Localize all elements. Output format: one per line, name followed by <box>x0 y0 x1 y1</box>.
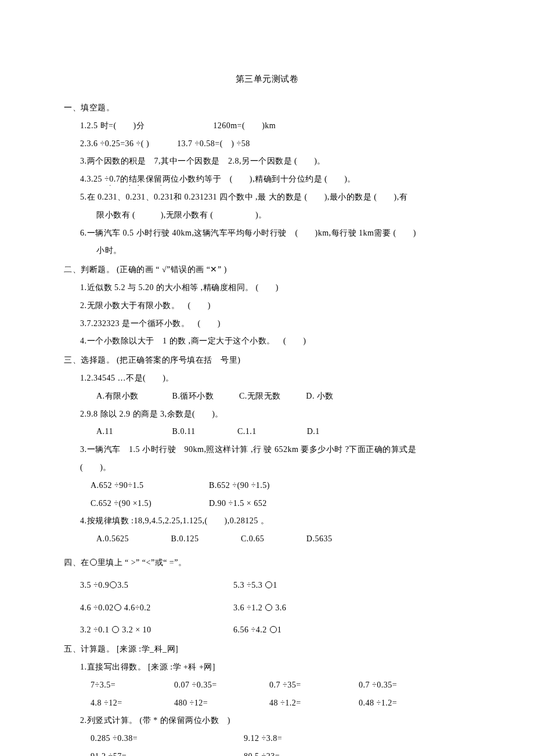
s4-r2b2: 3.6 <box>273 603 286 612</box>
circle-icon <box>89 558 98 566</box>
circle-icon <box>109 581 117 589</box>
s4-row1: 3.5 ÷0.93.5 5.3 ÷5.3 1 <box>64 577 470 595</box>
s4-r3b2: 1 <box>277 625 282 634</box>
section-4-head: 四、在里填上 “ >” “<”或“ =”。 <box>64 554 470 572</box>
s4-head-b: 里填上 “ >” “<”或“ =”。 <box>98 558 187 567</box>
s3-q4-options: A.0.5625 B.0.125 C.0.65 D.5635 <box>64 530 470 548</box>
s4-r1b2: 1 <box>273 581 277 589</box>
section-3-head: 三、选择题。 (把正确答案的序号填在括 号里) <box>64 352 470 370</box>
cell: 91.2 ÷57= <box>91 748 241 756</box>
circle-icon <box>269 625 277 634</box>
section-5: 五、计算题。 [来源 :学_科_网] 1.直接写出得数。 [来源 :学 +科 +… <box>64 641 470 756</box>
svg-point-5 <box>113 627 119 633</box>
s4-r1b: 5.3 ÷5.3 <box>233 581 265 589</box>
s1-q5a: 5.在 0.23 <box>80 193 113 201</box>
s1-q2b: 13.7 ÷0.58=( ) ÷58 <box>177 139 250 148</box>
svg-point-1 <box>110 581 117 588</box>
s1-q5c: 3 <box>137 193 142 201</box>
circle-icon <box>111 625 120 634</box>
s4-r1a: 3.5 ÷0.9 <box>80 581 109 589</box>
s3-q1-options: A.有限小数 B.循环小数 C.无限无数 D. 小数 <box>64 388 470 406</box>
svg-point-2 <box>266 581 272 588</box>
s4-r1a2: 3.5 <box>117 581 128 589</box>
cell: 0.7 ÷0.35= <box>359 681 397 689</box>
s1-q3: 3.两个因数的积是 7,其中一个因数是 2.8,另一个因数是 ( )。 <box>64 153 470 171</box>
svg-point-0 <box>90 559 96 565</box>
cell: 9.12 ÷3.8= <box>244 734 282 743</box>
circle-icon <box>265 603 273 612</box>
circle-icon <box>114 603 122 612</box>
s1-q5b: 、0. <box>117 193 132 201</box>
s4-head-a: 四、在 <box>64 558 89 567</box>
s4-row2: 4.6 ÷0.02 4.6÷0.2 3.6 ÷1.2 3.6 <box>64 599 470 617</box>
recurring-mark: ·1 <box>113 189 118 207</box>
s1-q2: 2.3.6 ÷0.25=36 ÷( ) 13.7 ÷0.58=( ) ÷58 <box>64 135 470 153</box>
s3-q3-opts-row1: A.652 ÷90÷1.5 B.652 ÷(90 ÷1.5) <box>64 477 470 495</box>
s4-r3a2: 3.2 × 10 <box>120 625 151 634</box>
s3-q3-line1: 3.一辆汽车 1.5 小时行驶 90km,照这样计算 ,行 驶 652km 要多… <box>64 441 470 459</box>
s2-q1: 1.近似数 5.2 与 5.20 的大小相等 ,精确度相同。 ( ) <box>64 279 470 297</box>
recurring-mark: ·1 <box>141 189 146 207</box>
s1-q6-line2: 小时。 <box>64 242 470 260</box>
s5-q2-row2: 91.2 ÷57= 80.5 ÷23= <box>64 748 470 756</box>
cell: 4.8 ÷12= <box>91 694 172 712</box>
s3-q1: 1.2.34545 …不是( )。 <box>64 370 470 388</box>
s1-q5e: 和 0.231231 四个数中 ,最 大的数是 ( ),最小的数是 ( ),有 <box>174 193 407 201</box>
cell: 0.48 ÷1.2= <box>359 699 397 707</box>
s1-q5-line1: 5.在 0.23·1、0.·23·1、0.2·31和 0.231231 四个数中… <box>64 189 470 207</box>
cell: 48 ÷1.2= <box>269 694 356 712</box>
section-2: 二、判断题。 (正确的画 “ √”错误的画 “✕” ) 1.近似数 5.2 与 … <box>64 261 470 350</box>
opt-a: A.652 ÷90÷1.5 <box>91 477 207 495</box>
s4-r3b: 6.56 ÷4.2 <box>233 625 269 634</box>
opt-d: D.90 ÷1.5 × 652 <box>209 499 267 508</box>
section-4: 四、在里填上 “ >” “<”或“ =”。 3.5 ÷0.93.5 5.3 ÷5… <box>64 554 470 639</box>
s1-q4: 4.3.25 ÷0.7的结果保留两位小数约等于 ( ),精确到十分位约是 ( )… <box>64 171 470 189</box>
cell: 7÷3.5= <box>91 677 172 694</box>
s5-q1: 1.直接写出得数。 [来源 :学 +科 +网] <box>64 659 470 677</box>
s3-q4: 4.按规律填数 :18,9,4.5,2.25,1.125,( ),0.28125… <box>64 512 470 530</box>
s1-q5d: 、0.2 <box>146 193 165 201</box>
cell: 80.5 ÷23= <box>244 752 280 756</box>
opt-c: C.652 ÷(90 ×1.5) <box>91 495 207 513</box>
s5-q2: 2.列竖式计算。 (带 * 的保留两位小数 ) <box>64 712 470 730</box>
cell: 0.7 ÷35= <box>269 677 356 694</box>
s1-q5-line2: 限小数有 ( ),无限小数有 ( )。 <box>64 207 470 225</box>
s1-q1: 1.2.5 时=( )分 1260m=( )km <box>64 117 470 135</box>
s1-q6-line1: 6.一辆汽车 0.5 小时行驶 40km,这辆汽车平均每小时行驶 ( )km,每… <box>64 225 470 243</box>
s2-q2: 2.无限小数大于有限小数。 ( ) <box>64 297 470 315</box>
cell: 480 ÷12= <box>174 694 267 712</box>
s2-q3: 3.7.232323 是一个循环小数。 ( ) <box>64 315 470 333</box>
recurring-mark: ·2 <box>132 189 137 207</box>
s4-r2a2: 4.6÷0.2 <box>122 603 151 612</box>
s5-q1-row2: 4.8 ÷12= 480 ÷12= 48 ÷1.2= 0.48 ÷1.2= <box>64 694 470 712</box>
s4-r3a: 3.2 ÷0.1 <box>80 625 111 634</box>
section-2-head: 二、判断题。 (正确的画 “ √”错误的画 “✕” ) <box>64 261 470 279</box>
s4-row3: 3.2 ÷0.1 3.2 × 10 6.56 ÷4.2 1 <box>64 621 470 639</box>
s3-q3-opts-row2: C.652 ÷(90 ×1.5) D.90 ÷1.5 × 652 <box>64 495 470 513</box>
s3-q3-line2: ( )。 <box>64 459 470 477</box>
svg-point-4 <box>266 604 272 610</box>
s1-q2a: 2.3.6 ÷0.25=36 ÷( ) <box>80 139 149 148</box>
s5-q1-row1: 7÷3.5= 0.07 ÷0.35= 0.7 ÷35= 0.7 ÷0.35= <box>64 677 470 694</box>
section-3: 三、选择题。 (把正确答案的序号填在括 号里) 1.2.34545 …不是( )… <box>64 352 470 548</box>
s4-r2b: 3.6 ÷1.2 <box>233 603 265 612</box>
page-title: 第三单元测试卷 <box>64 70 470 89</box>
svg-point-6 <box>270 627 276 633</box>
s1-q1b: 1260m=( )km <box>213 121 276 130</box>
s1-q1a: 1.2.5 时=( )分 <box>80 121 145 130</box>
cell: 0.285 ÷0.38= <box>91 730 241 748</box>
s2-q4: 4.一个小数除以大于 1 的数 ,商一定大于这个小数。 ( ) <box>64 332 470 350</box>
section-1-head: 一、填空题。 <box>64 99 470 117</box>
recurring-mark: ·31 <box>165 189 174 207</box>
cell: 0.07 ÷0.35= <box>174 677 267 694</box>
svg-point-3 <box>114 604 121 610</box>
section-5-head: 五、计算题。 [来源 :学_科_网] <box>64 641 470 659</box>
s3-q2-options: A.11 B.0.11 C.1.1 D.1 <box>64 423 470 441</box>
s4-r2a: 4.6 ÷0.02 <box>80 603 114 612</box>
worksheet-page: 第三单元测试卷 一、填空题。 1.2.5 时=( )分 1260m=( )km … <box>0 0 534 756</box>
circle-icon <box>265 581 273 589</box>
s3-q2: 2.9.8 除以 2.9 的商是 3,余数是( )。 <box>64 406 470 424</box>
opt-b: B.652 ÷(90 ÷1.5) <box>209 481 270 490</box>
s5-q2-row1: 0.285 ÷0.38= 9.12 ÷3.8= <box>64 730 470 748</box>
section-1: 一、填空题。 1.2.5 时=( )分 1260m=( )km 2.3.6 ÷0… <box>64 99 470 260</box>
